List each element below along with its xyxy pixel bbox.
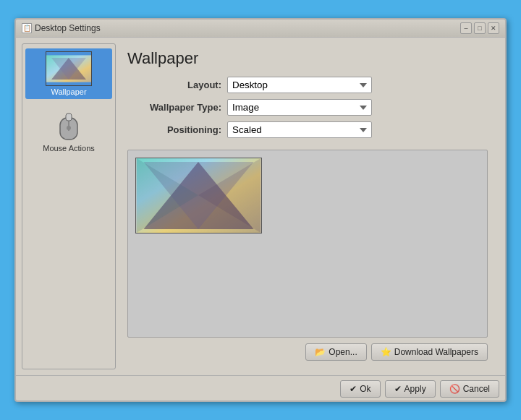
cancel-button[interactable]: 🚫 Cancel [440, 380, 499, 398]
sidebar-item-mouse-actions[interactable]: Mouse Actions [37, 103, 101, 155]
sidebar-mouse-actions-label: Mouse Actions [43, 144, 95, 153]
ok-button-label: Ok [360, 384, 370, 394]
close-button[interactable]: ✕ [488, 22, 499, 34]
window-title: Desktop Settings [35, 23, 101, 33]
positioning-select[interactable]: Scaled Centered Tiled Stretched Fit Fill [227, 121, 372, 138]
layout-label: Layout: [127, 80, 221, 90]
layout-select-wrapper: Desktop Single Spanning [227, 77, 372, 93]
wallpaper-preview-area [127, 150, 488, 338]
ok-button[interactable]: ✔ Ok [340, 380, 380, 398]
sidebar-item-wallpaper[interactable]: Wallpaper [25, 48, 112, 99]
download-wallpapers-button[interactable]: ⭐ Download Wallpapers [371, 343, 488, 361]
wallpaper-type-select-wrapper: Image Color No Wallpaper [227, 99, 372, 116]
wallpaper-type-select[interactable]: Image Color No Wallpaper [227, 99, 372, 116]
content-bottom-buttons: 📂 Open... ⭐ Download Wallpapers [127, 343, 488, 361]
wallpaper-type-row: Wallpaper Type: Image Color No Wallpaper [127, 99, 488, 116]
sidebar: Wallpaper Mouse Actions [22, 43, 116, 369]
maximize-button[interactable]: □ [474, 22, 486, 34]
svg-point-6 [67, 126, 71, 130]
minimize-button[interactable]: – [460, 22, 472, 34]
apply-button[interactable]: ✔ Apply [385, 380, 436, 398]
wallpaper-preview-image [135, 158, 262, 233]
page-title: Wallpaper [127, 49, 488, 68]
ok-check-icon: ✔ [350, 384, 357, 394]
svg-rect-5 [66, 113, 72, 121]
footer: ✔ Ok ✔ Apply 🚫 Cancel [16, 375, 505, 400]
titlebar-left: 📋 Desktop Settings [22, 23, 101, 33]
open-button-label: Open... [329, 347, 357, 357]
apply-button-label: Apply [404, 384, 426, 394]
layout-row: Layout: Desktop Single Spanning [127, 77, 488, 93]
positioning-label: Positioning: [127, 124, 221, 135]
main-content: Wallpaper Layout: Desktop Single Spannin… [116, 43, 499, 369]
sidebar-wallpaper-label: Wallpaper [51, 87, 86, 96]
cancel-x-icon: 🚫 [449, 384, 460, 394]
titlebar: 📋 Desktop Settings – □ ✕ [16, 20, 505, 38]
apply-check-icon: ✔ [394, 384, 402, 394]
footer-right-buttons: ✔ Ok ✔ Apply 🚫 Cancel [340, 380, 499, 398]
positioning-row: Positioning: Scaled Centered Tiled Stret… [127, 121, 488, 138]
download-button-label: Download Wallpapers [394, 347, 478, 357]
positioning-select-wrapper: Scaled Centered Tiled Stretched Fit Fill [227, 121, 372, 138]
titlebar-controls: – □ ✕ [460, 22, 499, 34]
mouse-icon [57, 109, 80, 141]
open-button[interactable]: 📂 Open... [305, 343, 366, 361]
window-body: Wallpaper Mouse Actions Wallpaper Layout… [16, 38, 505, 375]
cancel-button-label: Cancel [463, 384, 490, 394]
layout-select[interactable]: Desktop Single Spanning [227, 77, 372, 93]
download-icon: ⭐ [381, 347, 391, 357]
wallpaper-type-label: Wallpaper Type: [127, 102, 221, 113]
window-icon: 📋 [22, 23, 32, 33]
desktop-settings-window: 📋 Desktop Settings – □ ✕ [14, 18, 507, 402]
folder-open-icon: 📂 [315, 347, 326, 357]
wallpaper-thumbnail-icon [46, 51, 92, 86]
